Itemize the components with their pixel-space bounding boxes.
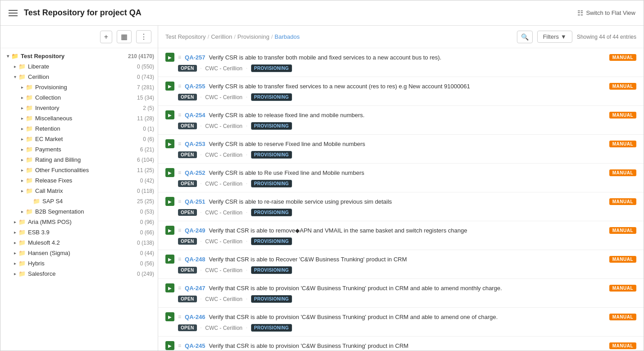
category-badge: PROVISIONING — [251, 266, 292, 274]
tree-item-count: 0 (118) — [137, 188, 154, 194]
test-id[interactable]: QA-252 — [185, 169, 206, 176]
category-badge: PROVISIONING — [251, 64, 292, 72]
manual-badge: MANUAL — [609, 285, 636, 292]
tree-item-label: Cerillion — [28, 73, 134, 80]
sidebar-item-b2b-seg[interactable]: ▸📁B2B Segmentation0 (53) — [0, 206, 158, 217]
tree-item-count: 0 (56) — [140, 260, 154, 267]
folder-icon: 📁 — [33, 198, 40, 205]
main-content: Test Repository/Cerillion/Provisioning/B… — [158, 26, 644, 351]
drag-handle-icon[interactable]: ≡ — [178, 198, 181, 205]
folder-icon: 📁 — [26, 167, 33, 173]
test-id[interactable]: QA-248 — [185, 256, 206, 263]
tree-item-label: Salesforce — [28, 270, 134, 277]
tree-item-label: B2B Segmentation — [35, 208, 137, 215]
test-id[interactable]: QA-254 — [185, 112, 206, 119]
sidebar-item-inventory[interactable]: ▸📁Inventory2 (5) — [0, 103, 158, 113]
status-badge: OPEN — [178, 123, 197, 129]
chevron-icon: ▸ — [11, 64, 18, 69]
chevron-icon: ▸ — [18, 157, 26, 162]
drag-handle-icon[interactable]: ≡ — [178, 141, 181, 147]
test-id[interactable]: QA-249 — [185, 227, 206, 234]
folder-icon: 📁 — [18, 219, 26, 225]
test-id[interactable]: QA-246 — [185, 314, 206, 320]
sidebar-item-miscellaneous[interactable]: ▸📁Miscellaneous11 (28) — [0, 113, 158, 123]
tree-item-label: Payments — [35, 146, 137, 153]
sidebar-item-hybris[interactable]: ▸📁Hybris0 (56) — [0, 258, 158, 269]
test-type-icon: ▶ — [165, 197, 174, 206]
flat-view-button[interactable]: ☷ Switch to Flat View — [577, 9, 635, 17]
more-options-button[interactable]: ⋮ — [136, 30, 151, 43]
sidebar-item-provisioning[interactable]: ▸📁Provisioning7 (281) — [0, 82, 158, 92]
sidebar-item-other-func[interactable]: ▸📁Other Functionalities11 (25) — [0, 165, 158, 175]
add-folder-button[interactable]: + — [100, 31, 112, 43]
sidebar-item-mulesoft[interactable]: ▸📁Mulesoft 4.20 (138) — [0, 237, 158, 248]
test-id[interactable]: QA-251 — [185, 198, 206, 205]
status-badge: OPEN — [178, 238, 197, 245]
sidebar-item-hansen[interactable]: ▸📁Hansen (Sigma)0 (44) — [0, 248, 158, 258]
folder-icon: 📁 — [26, 146, 33, 153]
status-badge: OPEN — [178, 324, 197, 331]
chevron-icon: ▸ — [11, 230, 18, 235]
separator-dot: · — [246, 181, 247, 186]
tree-item-label: Liberate — [28, 63, 134, 70]
copy-button[interactable]: ▦ — [117, 30, 132, 43]
tree-item-label: Rating and Billing — [35, 156, 134, 163]
sidebar-item-payments[interactable]: ▸📁Payments6 (21) — [0, 144, 158, 155]
drag-handle-icon[interactable]: ≡ — [178, 83, 181, 89]
manual-badge: MANUAL — [609, 54, 636, 61]
sidebar-item-retention[interactable]: ▸📁Retention0 (1) — [0, 123, 158, 134]
folder-icon: 📁 — [26, 187, 33, 194]
drag-handle-icon[interactable]: ≡ — [178, 314, 181, 320]
tree-item-label: Retention — [35, 125, 140, 132]
drag-handle-icon[interactable]: ≡ — [178, 112, 181, 118]
drag-handle-icon[interactable]: ≡ — [178, 342, 181, 349]
drag-handle-icon[interactable]: ≡ — [178, 54, 181, 60]
filters-button[interactable]: Filters ▼ — [537, 31, 572, 43]
drag-handle-icon[interactable]: ≡ — [178, 285, 181, 291]
hamburger-menu-icon[interactable] — [9, 10, 18, 16]
test-title: Verify that CSR is able to provision 'C&… — [209, 342, 606, 349]
separator-dot: · — [201, 123, 202, 128]
test-id[interactable]: QA-255 — [185, 83, 206, 90]
sidebar-item-cerillion[interactable]: ▾📁Cerillion0 (743) — [0, 72, 158, 82]
breadcrumb-part[interactable]: Barbados — [274, 33, 300, 40]
sidebar-item-call-matrix[interactable]: ▸📁Call Matrix0 (118) — [0, 186, 158, 196]
separator-dot: · — [246, 95, 247, 100]
test-id[interactable]: QA-245 — [185, 342, 206, 349]
sidebar-item-aria[interactable]: ▸📁Aria (MMS POS)0 (96) — [0, 217, 158, 227]
test-type-icon: ▶ — [165, 255, 174, 264]
test-type-icon: ▶ — [165, 110, 174, 119]
sidebar-item-esb[interactable]: ▸📁ESB 3.90 (66) — [0, 227, 158, 237]
drag-handle-icon[interactable]: ≡ — [178, 169, 181, 176]
test-id[interactable]: QA-253 — [185, 141, 206, 147]
folder-icon: 📁 — [26, 156, 33, 163]
tree-item-label: Test Repository — [21, 53, 125, 59]
category-badge: PROVISIONING — [251, 122, 292, 130]
test-type-icon: ▶ — [165, 168, 174, 177]
sidebar-item-release-fixes[interactable]: ▸📁Release Fixes0 (42) — [0, 175, 158, 186]
tree-item-count: 210 (4170) — [128, 53, 154, 59]
showing-count: Showing 44 of 44 entries — [577, 34, 636, 40]
separator-dot: · — [246, 210, 247, 215]
chevron-icon: ▾ — [4, 54, 11, 59]
sidebar-item-liberate[interactable]: ▸📁Liberate0 (550) — [0, 61, 158, 72]
tree-item-label: ESB 3.9 — [28, 229, 137, 236]
tree-item-label: Mulesoft 4.2 — [28, 239, 134, 246]
separator-dot: · — [201, 239, 202, 244]
drag-handle-icon[interactable]: ≡ — [178, 227, 181, 233]
status-badge: OPEN — [178, 267, 197, 274]
folder-icon: 📁 — [26, 125, 33, 132]
sidebar-item-salesforce[interactable]: ▸📁Salesforce0 (249) — [0, 269, 158, 279]
sidebar-item-sap-s4[interactable]: 📁SAP S425 (25) — [0, 196, 158, 206]
search-button[interactable]: 🔍 — [517, 31, 533, 43]
test-meta: CWC - Cerillion — [205, 152, 242, 158]
sidebar-item-collection[interactable]: ▸📁Collection15 (34) — [0, 92, 158, 103]
sidebar-item-root[interactable]: ▾📁Test Repository210 (4170) — [0, 51, 158, 61]
folder-icon: 📁 — [18, 260, 26, 267]
test-id[interactable]: QA-257 — [185, 54, 206, 61]
drag-handle-icon[interactable]: ≡ — [178, 256, 181, 262]
sidebar-item-rating-billing[interactable]: ▸📁Rating and Billing6 (104) — [0, 155, 158, 165]
test-id[interactable]: QA-247 — [185, 285, 206, 292]
sidebar-item-ec-market[interactable]: ▸📁EC Market0 (6) — [0, 134, 158, 144]
breadcrumb-separator: / — [271, 33, 273, 40]
